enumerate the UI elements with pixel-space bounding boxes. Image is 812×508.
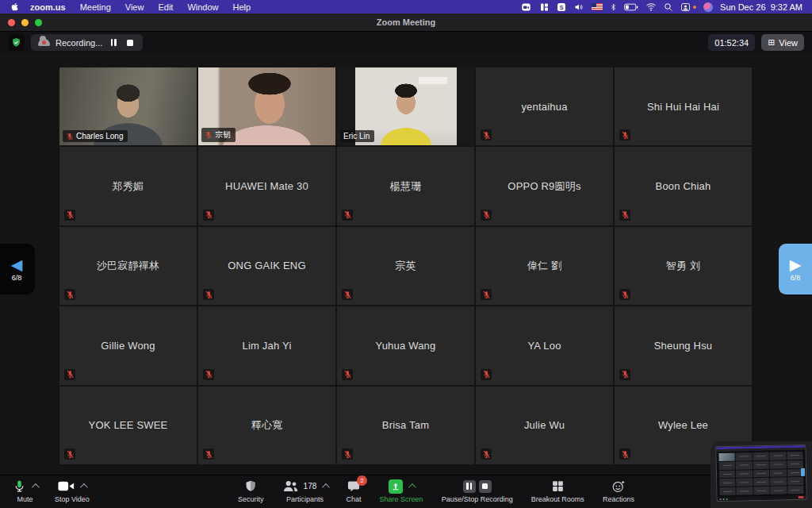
pip-tile: [787, 486, 804, 494]
wifi-icon[interactable]: [645, 2, 657, 12]
previous-page-button[interactable]: ◀ 6/8: [0, 244, 35, 294]
mic-muted-icon: [619, 129, 630, 140]
participant-tile-ong-gaik-eng[interactable]: ONG GAIK ENG: [198, 227, 335, 305]
meeting-bottom-toolbar: Mute Stop Video Security 178 Participant…: [0, 475, 812, 508]
bluetooth-icon[interactable]: [610, 2, 617, 12]
participant-tile-gillie-wong[interactable]: Gillie Wong: [59, 306, 197, 384]
reactions-smiley-icon: [611, 479, 626, 494]
pip-tile: [753, 487, 770, 495]
participant-tile-yok-lee-swee[interactable]: YOK LEE SWEE: [59, 387, 197, 464]
participant-tile-charles-long[interactable]: Charles Long: [59, 67, 197, 145]
user-switch-icon[interactable]: [680, 2, 691, 12]
pip-tile: [753, 461, 769, 469]
window-manager-icon[interactable]: [539, 2, 550, 12]
participant-name-centered: 宗英: [337, 227, 474, 305]
stop-recording-button[interactable]: [124, 37, 136, 48]
mic-muted-icon: [64, 369, 75, 380]
participant-label-chip: 宗韧: [201, 128, 236, 142]
participants-icon: [282, 479, 298, 493]
participant-tile-boon-chiah[interactable]: Boon Chiah: [615, 147, 752, 225]
menubar-items: zoom.usMeetingViewEditWindowHelp: [23, 2, 258, 12]
stop-recording-icon: [479, 480, 492, 493]
chevron-up-icon[interactable]: [80, 483, 88, 491]
pause-stop-recording-button[interactable]: Pause/Stop Recording: [442, 479, 513, 503]
gallery-grid-icon: ⊞: [768, 38, 775, 47]
view-button-label: View: [779, 38, 798, 48]
menu-item-meeting[interactable]: Meeting: [73, 2, 118, 12]
mic-muted-icon: [619, 210, 630, 221]
next-page-button[interactable]: ▶ 6/8: [779, 244, 812, 294]
pip-tile: [770, 478, 787, 486]
encryption-shield-icon[interactable]: [8, 34, 25, 51]
pip-tile: [787, 452, 803, 460]
menubar-clock[interactable]: Sun Dec 26 9:32 AM: [720, 2, 802, 12]
reactions-button[interactable]: Reactions: [603, 479, 634, 503]
participant-tile-[interactable]: 宗英: [337, 227, 474, 305]
shottr-icon[interactable]: S: [557, 2, 566, 12]
control-label: Reactions: [603, 495, 634, 503]
participant-tile-huawei-mate-30[interactable]: HUAWEI Mate 30: [198, 147, 335, 225]
pause-recording-button[interactable]: [108, 37, 119, 48]
participant-tile-yuhua-wang[interactable]: Yuhua Wang: [337, 306, 474, 384]
participant-tile-shi-hui-hai-hai[interactable]: Shi Hui Hai Hai: [615, 67, 752, 145]
pause-recording-icon: [463, 480, 476, 493]
share-screen-icon: [389, 479, 403, 494]
participant-name-label: Eric Lin: [343, 132, 370, 140]
participant-tile-sheung-hsu[interactable]: Sheung Hsu: [615, 306, 752, 384]
participant-tile-[interactable]: 偉仁 劉: [476, 227, 613, 305]
apple-logo-icon[interactable]: [10, 2, 20, 12]
stop-video-button[interactable]: Stop Video: [55, 479, 90, 503]
chat-button[interactable]: 2 Chat: [346, 479, 361, 503]
pip-next-arrow: [801, 468, 805, 475]
mic-muted-icon: [481, 448, 492, 460]
menu-item-window[interactable]: Window: [180, 2, 225, 12]
mic-muted-icon: [619, 369, 630, 380]
participant-tile-lim-jah-yi[interactable]: Lim Jah Yi: [198, 306, 335, 384]
control-label: Stop Video: [55, 495, 90, 503]
pip-tile: [771, 487, 787, 495]
mic-muted-icon: [342, 448, 353, 460]
menu-item-edit[interactable]: Edit: [151, 2, 180, 12]
menu-item-help[interactable]: Help: [226, 2, 259, 12]
participant-tile-[interactable]: 楊慧珊: [337, 147, 474, 225]
chevron-up-icon[interactable]: [32, 483, 40, 491]
participant-tile-eric-lin[interactable]: Eric Lin: [337, 67, 474, 145]
breakout-rooms-icon: [551, 479, 565, 493]
participant-tile-[interactable]: 釋心寬: [198, 387, 335, 464]
view-button[interactable]: ⊞ View: [761, 34, 804, 51]
participant-name-centered: 郑秀媚: [59, 147, 197, 225]
svg-text:S: S: [560, 4, 564, 10]
volume-icon[interactable]: [573, 2, 584, 12]
participant-name-centered: ONG GAIK ENG: [198, 227, 335, 305]
recording-indicator: Recording...: [31, 34, 143, 51]
toolbar-center-group: Security 178 Participants 2 Chat Share S…: [238, 479, 634, 503]
screen-preview-thumbnail[interactable]: [715, 444, 806, 502]
share-screen-button[interactable]: Share Screen: [380, 479, 423, 503]
spotlight-icon[interactable]: [664, 2, 673, 12]
siri-icon[interactable]: [703, 2, 713, 12]
participant-tile-yentaihua[interactable]: yentaihua: [476, 67, 613, 145]
battery-icon[interactable]: [624, 2, 638, 12]
participant-name-centered: OPPO R9圆明s: [476, 147, 613, 225]
chevron-up-icon[interactable]: [322, 483, 330, 491]
menu-item-view[interactable]: View: [118, 2, 151, 12]
security-button[interactable]: Security: [238, 479, 264, 503]
participant-tile-[interactable]: 智勇 刘: [615, 227, 752, 305]
participant-tile-julie-wu[interactable]: Julie Wu: [476, 387, 613, 464]
participant-tile-[interactable]: 宗韧: [198, 67, 335, 145]
control-label: Participants: [286, 495, 324, 503]
zoom-camera-icon[interactable]: [520, 2, 532, 12]
participants-button[interactable]: 178 Participants: [282, 479, 328, 503]
participant-tile-brisa-tam[interactable]: Brisa Tam: [337, 387, 474, 464]
participant-tile-[interactable]: 郑秀媚: [59, 147, 197, 225]
us-flag-icon[interactable]: [592, 2, 603, 12]
participant-tile-ya-loo[interactable]: YA Loo: [476, 306, 613, 384]
participant-tile-oppo-r9-s[interactable]: OPPO R9圆明s: [476, 147, 613, 225]
chevron-up-icon[interactable]: [408, 483, 416, 491]
window-title-bar: Zoom Meeting: [0, 13, 812, 32]
breakout-rooms-button[interactable]: Breakout Rooms: [531, 479, 584, 503]
menu-item-zoom-us[interactable]: zoom.us: [23, 2, 73, 12]
participant-tile-[interactable]: 沙巴寂靜禪林: [59, 227, 197, 305]
mute-button[interactable]: Mute: [13, 479, 37, 503]
participant-name-centered: Julie Wu: [476, 387, 613, 464]
